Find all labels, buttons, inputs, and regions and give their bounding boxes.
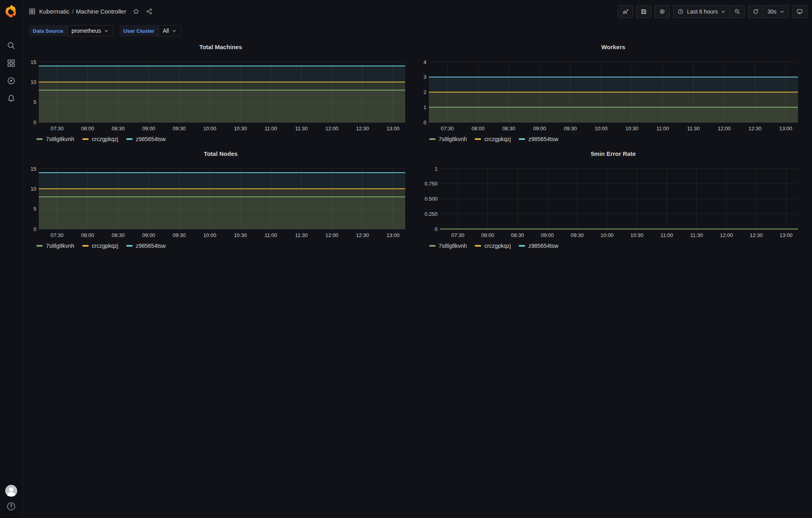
grafana-logo-icon[interactable] <box>4 4 18 18</box>
svg-text:07:30: 07:30 <box>440 126 454 131</box>
legend-color-dash <box>82 245 89 247</box>
search-icon[interactable] <box>0 37 22 54</box>
svg-text:07:30: 07:30 <box>451 232 464 238</box>
svg-text:13:00: 13:00 <box>386 232 400 238</box>
svg-text:5: 5 <box>34 99 36 105</box>
svg-text:12:30: 12:30 <box>356 232 369 238</box>
user-cluster-value: All <box>163 28 169 34</box>
legend: 7s8lg8kvnhcrczgpkqzjz985654tsw <box>27 241 415 251</box>
variable-label: User Cluster <box>119 25 158 36</box>
svg-text:10:30: 10:30 <box>234 232 247 238</box>
svg-text:10:00: 10:00 <box>594 126 607 131</box>
legend-item-z985654tsw[interactable]: z985654tsw <box>126 136 166 142</box>
legend-item-7s8lg8kvnh[interactable]: 7s8lg8kvnh <box>429 243 467 249</box>
legend-label: 7s8lg8kvnh <box>46 136 74 142</box>
svg-text:08:30: 08:30 <box>111 232 125 238</box>
svg-text:10:00: 10:00 <box>203 232 217 238</box>
legend-label: crczgpkqzj <box>484 136 511 142</box>
legend-item-crczgpkqzj[interactable]: crczgpkqzj <box>475 136 511 142</box>
alerting-bell-icon[interactable] <box>0 90 22 107</box>
legend-label: 7s8lg8kvnh <box>439 136 467 142</box>
svg-text:08:30: 08:30 <box>111 126 125 131</box>
svg-text:?: ? <box>10 504 12 509</box>
legend-label: z985654tsw <box>528 136 558 142</box>
legend-label: z985654tsw <box>528 243 558 249</box>
svg-text:12:00: 12:00 <box>717 126 730 131</box>
add-panel-icon <box>622 8 629 15</box>
avatar[interactable] <box>5 485 17 497</box>
svg-text:08:00: 08:00 <box>81 232 94 238</box>
legend: 7s8lg8kvnhcrczgpkqzjz985654tsw <box>420 241 808 251</box>
legend-item-crczgpkqzj[interactable]: crczgpkqzj <box>475 243 511 249</box>
legend: 7s8lg8kvnhcrczgpkqzjz985654tsw <box>27 134 415 144</box>
panel-total-nodes: Total Nodes 05101507:3008:0008:3009:0009… <box>27 149 415 251</box>
chart-5min-error-rate[interactable]: 00.2500.5000.750107:3008:0008:3009:0009:… <box>420 159 808 241</box>
dashboard-grid: Total Machines 05101507:3008:0008:3009:0… <box>23 39 812 518</box>
chart-workers[interactable]: 0123407:3008:0008:3009:0009:3010:0010:30… <box>420 52 808 134</box>
legend-color-dash <box>475 138 481 140</box>
refresh-button[interactable] <box>748 5 763 18</box>
breadcrumb-dashboard[interactable]: Machine Controller <box>76 8 126 15</box>
user-cluster-dropdown[interactable]: All <box>158 25 181 36</box>
legend-item-z985654tsw[interactable]: z985654tsw <box>519 243 558 249</box>
legend-color-dash <box>82 138 89 140</box>
add-panel-button[interactable] <box>618 5 633 18</box>
svg-text:12:30: 12:30 <box>750 232 763 238</box>
svg-text:15: 15 <box>31 59 36 65</box>
svg-text:0.250: 0.250 <box>424 211 438 217</box>
star-icon[interactable] <box>133 8 139 15</box>
dashboards-icon[interactable] <box>0 54 22 72</box>
kiosk-mode-button[interactable] <box>792 5 807 18</box>
svg-text:2: 2 <box>423 89 426 95</box>
svg-text:13:00: 13:00 <box>386 126 400 131</box>
svg-text:10: 10 <box>31 79 36 85</box>
svg-text:08:30: 08:30 <box>502 126 515 131</box>
chart-total-machines[interactable]: 05101507:3008:0008:3009:0009:3010:0010:3… <box>27 52 415 134</box>
zoom-out-button[interactable] <box>730 5 745 18</box>
svg-text:11:00: 11:00 <box>660 232 673 238</box>
svg-text:12:00: 12:00 <box>720 232 733 238</box>
legend-item-7s8lg8kvnh[interactable]: 7s8lg8kvnh <box>429 136 467 142</box>
svg-text:07:30: 07:30 <box>51 126 64 131</box>
data-source-dropdown[interactable]: prometheus <box>67 25 113 36</box>
svg-text:1: 1 <box>423 104 426 110</box>
chart-total-nodes[interactable]: 05101507:3008:0008:3009:0009:3010:0010:3… <box>27 159 415 241</box>
dashboards-grid-icon <box>29 8 36 15</box>
svg-text:11:30: 11:30 <box>690 232 703 238</box>
svg-text:3: 3 <box>423 74 426 80</box>
share-icon[interactable] <box>146 8 153 15</box>
svg-text:09:00: 09:00 <box>142 232 155 238</box>
dashboard-settings-button[interactable] <box>655 5 670 18</box>
explore-compass-icon[interactable] <box>0 72 22 90</box>
legend-item-7s8lg8kvnh[interactable]: 7s8lg8kvnh <box>36 136 74 142</box>
time-range-picker[interactable]: Last 6 hours <box>673 5 730 18</box>
legend-label: crczgpkqzj <box>92 243 118 249</box>
legend-item-z985654tsw[interactable]: z985654tsw <box>519 136 558 142</box>
breadcrumb-folder[interactable]: Kubermatic <box>39 8 70 15</box>
svg-text:08:30: 08:30 <box>511 232 524 238</box>
panel-title[interactable]: Workers <box>420 42 808 52</box>
legend-color-dash <box>36 138 43 140</box>
svg-text:11:30: 11:30 <box>295 126 308 131</box>
legend-item-7s8lg8kvnh[interactable]: 7s8lg8kvnh <box>36 243 74 249</box>
dashboard-header: Kubermatic/Machine Controller <box>23 0 812 23</box>
svg-text:11:00: 11:00 <box>265 232 277 238</box>
svg-text:09:00: 09:00 <box>533 126 546 131</box>
legend-item-z985654tsw[interactable]: z985654tsw <box>126 243 166 249</box>
panel-title[interactable]: 5min Error Rate <box>420 149 808 159</box>
refresh-interval-dropdown[interactable]: 30s <box>763 5 789 18</box>
legend-color-dash <box>519 138 525 140</box>
legend-color-dash <box>519 245 525 247</box>
help-icon[interactable]: ? <box>6 502 16 511</box>
svg-text:10:00: 10:00 <box>203 126 217 131</box>
save-dashboard-button[interactable] <box>636 5 651 18</box>
chevron-down-icon <box>721 9 726 14</box>
settings-gear-icon <box>659 8 665 15</box>
svg-text:5: 5 <box>34 206 36 212</box>
svg-text:11:00: 11:00 <box>265 126 277 131</box>
panel-title[interactable]: Total Machines <box>27 42 415 52</box>
legend-item-crczgpkqzj[interactable]: crczgpkqzj <box>82 243 118 249</box>
legend-item-crczgpkqzj[interactable]: crczgpkqzj <box>82 136 118 142</box>
panel-title[interactable]: Total Nodes <box>27 149 415 159</box>
refresh-icon <box>752 8 759 15</box>
